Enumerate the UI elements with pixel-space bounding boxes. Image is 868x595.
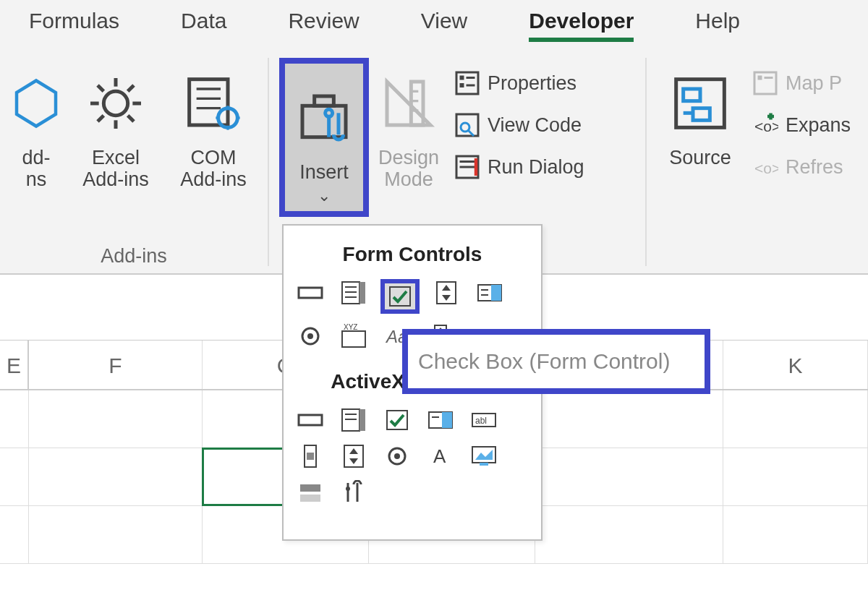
expansion-packs-button[interactable]: <o> Expans bbox=[752, 108, 851, 142]
ribbon-tabs: Formulas Data Review View Developer Help bbox=[0, 0, 868, 51]
view-code-button[interactable]: View Code bbox=[454, 108, 584, 142]
svg-rect-41 bbox=[684, 89, 700, 101]
properties-icon bbox=[454, 70, 480, 96]
map-properties-button[interactable]: Map P bbox=[752, 67, 851, 100]
tab-view[interactable]: View bbox=[421, 9, 467, 38]
view-code-icon bbox=[454, 112, 480, 138]
svg-marker-88 bbox=[349, 448, 358, 454]
svg-rect-33 bbox=[456, 114, 478, 136]
refresh-icon: <o> bbox=[752, 154, 778, 180]
ax-textbox-control[interactable]: abl bbox=[467, 406, 501, 434]
svg-marker-60 bbox=[442, 295, 451, 301]
svg-rect-67 bbox=[342, 331, 365, 347]
excel-addins-button[interactable]: Excel Add-ins bbox=[76, 58, 156, 190]
ax-scrollbar-control[interactable] bbox=[294, 442, 327, 470]
svg-rect-81 bbox=[442, 412, 452, 428]
svg-rect-78 bbox=[359, 409, 365, 431]
list-gear-icon bbox=[184, 64, 242, 143]
toolbox-icon bbox=[295, 78, 353, 158]
form-checkbox-control[interactable] bbox=[380, 279, 420, 314]
addins-button-trunc[interactable]: dd- ns bbox=[11, 58, 61, 190]
svg-rect-79 bbox=[387, 411, 407, 429]
tab-developer[interactable]: Developer bbox=[529, 9, 634, 42]
svg-rect-42 bbox=[693, 108, 710, 121]
svg-marker-0 bbox=[17, 81, 56, 127]
svg-rect-74 bbox=[299, 415, 322, 425]
svg-rect-62 bbox=[491, 285, 501, 301]
svg-marker-89 bbox=[349, 458, 358, 464]
group-xml: Source Map P <o> Expans <o> Refres bbox=[647, 51, 868, 273]
svg-rect-29 bbox=[460, 76, 464, 80]
refresh-data-button[interactable]: <o> Refres bbox=[752, 150, 851, 184]
col-header[interactable]: E bbox=[0, 341, 29, 389]
svg-rect-56 bbox=[359, 282, 365, 304]
hexagon-icon bbox=[14, 64, 58, 143]
tooltip-checkbox: Check Box (Form Control) bbox=[402, 329, 710, 394]
col-header-f[interactable]: F bbox=[29, 341, 203, 389]
ax-spinbutton-control[interactable] bbox=[337, 442, 370, 470]
svg-line-7 bbox=[128, 116, 134, 121]
svg-rect-97 bbox=[300, 495, 320, 502]
form-button-control[interactable] bbox=[294, 279, 327, 307]
map-properties-icon bbox=[752, 70, 778, 96]
svg-text:A: A bbox=[433, 445, 446, 467]
svg-text:XYZ: XYZ bbox=[344, 324, 357, 331]
svg-text:abl: abl bbox=[475, 416, 487, 426]
svg-rect-30 bbox=[460, 83, 464, 87]
ax-combobox-control[interactable] bbox=[337, 406, 370, 434]
svg-rect-20 bbox=[315, 96, 334, 106]
svg-rect-45 bbox=[758, 76, 762, 80]
tab-help[interactable]: Help bbox=[695, 9, 740, 38]
ax-optionbutton-control[interactable] bbox=[380, 442, 414, 470]
svg-rect-10 bbox=[190, 80, 228, 125]
col-header-k[interactable]: K bbox=[723, 341, 868, 389]
svg-point-1 bbox=[103, 91, 127, 115]
ax-togglebutton-control[interactable] bbox=[294, 479, 327, 506]
source-icon bbox=[671, 64, 729, 143]
svg-marker-59 bbox=[442, 285, 451, 291]
ax-checkbox-control[interactable] bbox=[380, 406, 414, 434]
svg-marker-94 bbox=[475, 450, 493, 460]
run-dialog-icon bbox=[454, 154, 480, 180]
xml-small-buttons: Map P <o> Expans <o> Refres bbox=[752, 58, 851, 188]
form-groupbox-control[interactable]: XYZ bbox=[337, 322, 370, 350]
chevron-down-icon: ⌄ bbox=[318, 187, 331, 205]
group-label-addins: Add-ins bbox=[101, 245, 167, 267]
svg-point-66 bbox=[307, 333, 313, 339]
form-combobox-control[interactable] bbox=[337, 279, 370, 307]
ax-listbox-control[interactable] bbox=[424, 406, 457, 434]
svg-rect-24 bbox=[411, 82, 423, 125]
ax-morecontrols-control[interactable] bbox=[337, 479, 370, 506]
svg-rect-57 bbox=[390, 287, 410, 306]
gear-icon bbox=[87, 64, 145, 143]
tab-review[interactable]: Review bbox=[288, 9, 359, 38]
form-spinner-control[interactable] bbox=[430, 279, 463, 307]
svg-text:<o>: <o> bbox=[754, 160, 778, 176]
design-mode-button[interactable]: Design Mode bbox=[369, 58, 448, 217]
ax-commandbutton-control[interactable] bbox=[294, 406, 327, 434]
activex-controls-grid: abl A bbox=[289, 406, 535, 506]
form-listbox-control[interactable] bbox=[473, 279, 506, 307]
source-button[interactable]: Source bbox=[657, 58, 744, 188]
tab-formulas[interactable]: Formulas bbox=[29, 9, 119, 38]
ruler-triangle-icon bbox=[380, 64, 438, 143]
svg-rect-51 bbox=[299, 288, 322, 298]
svg-line-9 bbox=[128, 85, 134, 91]
run-dialog-button[interactable]: Run Dialog bbox=[454, 150, 584, 184]
tab-data[interactable]: Data bbox=[181, 9, 226, 38]
svg-point-99 bbox=[346, 487, 350, 491]
properties-button[interactable]: Properties bbox=[454, 67, 584, 100]
com-addins-button[interactable]: COM Add-ins bbox=[170, 58, 257, 190]
insert-button[interactable]: Insert ⌄ bbox=[279, 58, 369, 217]
ax-image-control[interactable] bbox=[467, 442, 501, 470]
svg-point-91 bbox=[394, 453, 400, 459]
svg-point-34 bbox=[461, 123, 469, 132]
ax-label-control[interactable]: A bbox=[424, 442, 457, 470]
svg-line-6 bbox=[98, 85, 103, 91]
svg-rect-96 bbox=[300, 484, 320, 492]
group-addins: dd- ns Excel Add-ins COM Add-ins Add-ins bbox=[0, 51, 268, 273]
controls-small-buttons: Properties View Code Run Dialog bbox=[448, 58, 584, 217]
svg-point-22 bbox=[326, 109, 333, 116]
form-optionbutton-control[interactable] bbox=[294, 322, 327, 350]
svg-line-8 bbox=[98, 116, 103, 121]
